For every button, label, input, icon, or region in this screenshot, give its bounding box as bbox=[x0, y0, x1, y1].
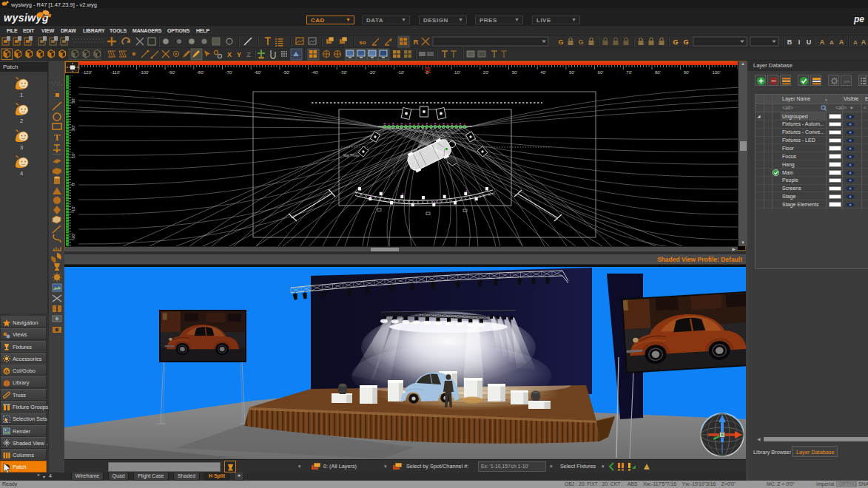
svg-text:I: I bbox=[798, 38, 801, 46]
svg-text:G: G bbox=[673, 38, 678, 46]
svg-text:A: A bbox=[853, 39, 858, 46]
svg-text:30': 30' bbox=[71, 98, 75, 104]
svg-text:G: G bbox=[558, 38, 563, 46]
svg-text:G: G bbox=[578, 38, 583, 46]
svg-text:20': 20' bbox=[71, 125, 75, 131]
svg-text:G: G bbox=[4, 369, 9, 374]
svg-text:Rig Truss: Rig Truss bbox=[343, 153, 360, 157]
svg-text:-20': -20' bbox=[71, 233, 75, 240]
svg-text:A: A bbox=[820, 38, 825, 46]
svg-text:X: X bbox=[227, 51, 232, 58]
svg-text:G: G bbox=[683, 38, 688, 46]
svg-text:T: T bbox=[54, 132, 61, 143]
svg-text:10': 10' bbox=[71, 152, 75, 158]
svg-text:U: U bbox=[807, 38, 812, 46]
svg-text:Y: Y bbox=[237, 51, 241, 58]
svg-text:A: A bbox=[861, 38, 867, 46]
svg-text:so: so bbox=[359, 39, 366, 46]
svg-text:Z: Z bbox=[246, 51, 251, 58]
svg-text:A: A bbox=[830, 39, 834, 46]
svg-text:-10': -10' bbox=[71, 206, 75, 213]
svg-text:A: A bbox=[839, 38, 844, 46]
svg-text:R: R bbox=[414, 38, 419, 46]
svg-text:0': 0' bbox=[71, 183, 75, 186]
svg-text:B: B bbox=[787, 38, 793, 46]
svg-text:pre: pre bbox=[844, 79, 850, 84]
